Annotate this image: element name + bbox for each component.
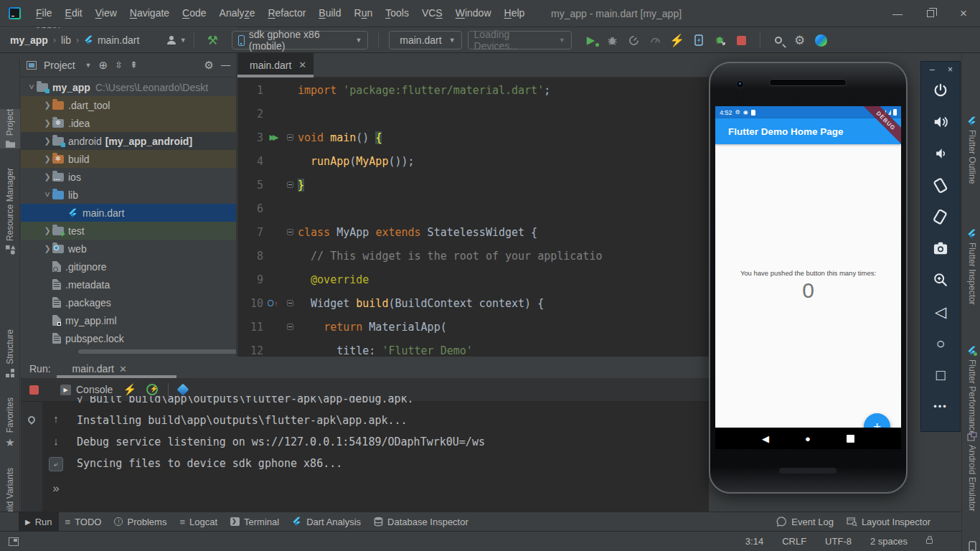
- run-main-gutter-icon[interactable]: ▶▶: [263, 133, 282, 142]
- close-run-tab-icon[interactable]: ✕: [119, 364, 127, 375]
- tool-stripe-android-emulator[interactable]: Android Emulator: [962, 432, 980, 512]
- pin-icon[interactable]: [27, 415, 37, 425]
- settings-button[interactable]: ⚙: [789, 31, 811, 50]
- tree-item-.idea[interactable]: ❯✻.idea: [21, 114, 237, 132]
- collapse-all-button[interactable]: ⇞: [130, 60, 138, 70]
- restore-button[interactable]: [914, 0, 947, 27]
- tree-closed-chevron[interactable]: ❯: [42, 118, 52, 128]
- scroll-down-button[interactable]: ↓: [53, 435, 59, 447]
- toolwindow-button-dart-analysis[interactable]: Dart Analysis: [286, 512, 367, 532]
- tree-item-ios[interactable]: ❯•••ios: [21, 168, 237, 186]
- tree-item-.gitignore[interactable]: .gitignore: [21, 258, 237, 276]
- fold-marker[interactable]: [282, 134, 298, 141]
- emulator-screenshot-button[interactable]: [921, 232, 960, 264]
- scroll-up-button[interactable]: ↑: [53, 413, 59, 425]
- tree-open-chevron[interactable]: ˅: [27, 82, 37, 93]
- tree-closed-chevron[interactable]: ❯: [42, 226, 52, 235]
- console-hot-reload-button[interactable]: ⚡: [123, 383, 136, 396]
- menu-run[interactable]: Run: [348, 0, 380, 27]
- nav-home-button[interactable]: ●: [805, 433, 811, 444]
- tree-item-.packages[interactable]: .packages: [21, 293, 237, 311]
- menu-code[interactable]: Code: [176, 0, 212, 27]
- build-hammer-button[interactable]: ⚒: [202, 31, 223, 50]
- emulator-rotate-left-button[interactable]: [921, 169, 960, 201]
- profile-button[interactable]: [623, 31, 645, 50]
- breadcrumb-my_app[interactable]: my_app: [10, 34, 48, 46]
- tree-item-.metadata[interactable]: .metadata: [21, 276, 237, 293]
- tool-window-switcher-icon[interactable]: [9, 537, 19, 546]
- emulator-rotate-right-button[interactable]: [921, 201, 960, 232]
- tree-item-my_app[interactable]: ˅my_appC:\Users\Leonardo\Deskt: [21, 78, 237, 96]
- tree-closed-chevron[interactable]: ❯: [42, 136, 52, 146]
- close-tab-icon[interactable]: ✕: [298, 60, 306, 70]
- project-horizontal-scrollbar[interactable]: [78, 349, 237, 354]
- breadcrumb[interactable]: my_app›lib›main.dart: [10, 34, 139, 46]
- tree-item-test[interactable]: ❯test: [21, 222, 237, 240]
- fold-marker[interactable]: [282, 300, 298, 306]
- emulator-home-button[interactable]: ○: [921, 327, 960, 359]
- console-stop-button[interactable]: [29, 385, 39, 395]
- emulator-minimize-button[interactable]: –: [930, 65, 935, 75]
- tree-open-chevron[interactable]: ˅: [42, 189, 52, 200]
- hot-restart-button[interactable]: [688, 31, 710, 50]
- toolwindow-button-event-log[interactable]: Event Log: [770, 512, 840, 532]
- tree-item-.dart_tool[interactable]: ❯.dart_tool: [21, 96, 237, 114]
- overriding-method-gutter-icon[interactable]: O↑: [263, 298, 282, 309]
- menu-refactor[interactable]: Refactor: [261, 0, 312, 27]
- fold-marker[interactable]: [282, 324, 298, 330]
- tree-item-pubspec.lock[interactable]: pubspec.lock: [21, 329, 237, 347]
- emulator-zoom-button[interactable]: [921, 264, 960, 296]
- emulator-volume-down-button[interactable]: [921, 138, 960, 169]
- hot-reload-button[interactable]: ⚡: [666, 31, 688, 50]
- emulator-close-button[interactable]: ×: [948, 65, 953, 75]
- emulator-screen[interactable]: 4:52 ⚙ ◉ Flutter Demo Home Page DEBUG Yo…: [715, 106, 901, 449]
- open-devtools-button[interactable]: [177, 384, 189, 396]
- tree-item-lib[interactable]: ˅lib: [21, 186, 237, 204]
- menu-file[interactable]: File: [29, 0, 59, 27]
- breadcrumb-lib[interactable]: lib: [61, 34, 71, 46]
- tree-closed-chevron[interactable]: ❯: [42, 244, 52, 253]
- locate-file-button[interactable]: ⊕: [99, 59, 108, 72]
- toolwindow-button-logcat[interactable]: ≡Logcat: [173, 512, 224, 532]
- debug-button[interactable]: [602, 31, 623, 50]
- attach-debugger-button[interactable]: [710, 31, 731, 50]
- menu-build[interactable]: Build: [312, 0, 347, 27]
- tool-stripe-favorites[interactable]: Favorites★: [0, 397, 20, 449]
- tool-stripe-de[interactable]: De: [962, 541, 980, 551]
- tree-item-android[interactable]: ❯android[my_app_android]: [21, 132, 237, 150]
- expand-all-button[interactable]: ⇳: [115, 60, 123, 70]
- tree-item-main.dart[interactable]: main.dart: [21, 204, 237, 222]
- tool-stripe-project[interactable]: Project: [0, 109, 20, 149]
- toolwindow-button-layout-inspector[interactable]: Layout Inspector: [840, 512, 937, 532]
- fold-marker[interactable]: [282, 182, 298, 188]
- more-actions-button[interactable]: »: [52, 481, 59, 496]
- close-button[interactable]: ×: [947, 0, 980, 27]
- emulator-overview-button[interactable]: □: [921, 359, 960, 390]
- devtools-button[interactable]: [811, 31, 832, 50]
- run-tab-main-dart[interactable]: main.dart ✕: [61, 363, 133, 378]
- project-view-selector[interactable]: Project: [44, 60, 75, 71]
- menu-edit[interactable]: Edit: [59, 0, 89, 27]
- menu-vcs[interactable]: VCS: [415, 0, 449, 27]
- tree-closed-chevron[interactable]: ❯: [42, 100, 52, 110]
- console-hot-restart-button[interactable]: [146, 384, 158, 395]
- fold-marker[interactable]: [282, 229, 298, 235]
- nav-overview-button[interactable]: [847, 435, 854, 443]
- lock-icon[interactable]: [926, 539, 933, 544]
- tool-stripe-flutter-inspector[interactable]: Flutter Inspector: [962, 229, 980, 305]
- run-config-selector[interactable]: main.dart ▼: [389, 31, 461, 50]
- hide-panel-button[interactable]: —: [221, 60, 230, 70]
- minimize-button[interactable]: —: [881, 0, 914, 27]
- emulator-more-button[interactable]: •••: [921, 390, 960, 422]
- tree-item-build[interactable]: ❯✻build: [21, 150, 237, 168]
- breadcrumb-main.dart[interactable]: main.dart: [98, 34, 139, 46]
- tool-stripe-structure[interactable]: Structure: [0, 329, 20, 378]
- menu-view[interactable]: View: [89, 0, 123, 27]
- vcs-user-button[interactable]: ▼: [165, 31, 187, 50]
- toolwindow-button-terminal[interactable]: ❯Terminal: [224, 512, 286, 532]
- status-widget[interactable]: 2 spaces: [870, 536, 908, 547]
- device-selector[interactable]: sdk gphone x86 (mobile) ▼: [232, 31, 368, 50]
- run-button[interactable]: ▶: [580, 31, 602, 50]
- tool-stripe-flutter-outline[interactable]: Flutter Outline: [962, 116, 980, 184]
- console-tab[interactable]: ▶ Console: [60, 384, 113, 395]
